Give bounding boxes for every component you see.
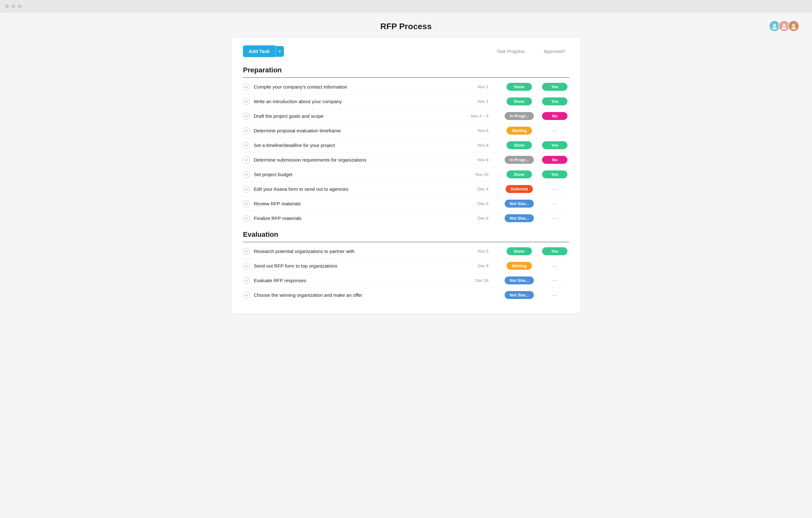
- table-row[interactable]: Finalize RFP materialsDec 6Not Star...—: [243, 211, 569, 225]
- task-approved: —: [541, 186, 569, 192]
- approved-badge[interactable]: Yes: [542, 247, 568, 255]
- add-task-button[interactable]: Add Task: [243, 46, 275, 57]
- task-date: Nov 4 – 5: [463, 114, 489, 118]
- table-row[interactable]: Edit your Asana form to send out to agen…: [243, 182, 569, 196]
- check-icon[interactable]: [243, 200, 250, 207]
- table-row[interactable]: Write an introduction about your company…: [243, 94, 569, 109]
- task-approved: —: [541, 292, 569, 298]
- section-divider-1: [243, 242, 569, 242]
- progress-badge[interactable]: Not Star...: [505, 214, 534, 222]
- table-row[interactable]: Choose the winning organization and make…: [243, 288, 569, 302]
- progress-badge[interactable]: Done: [506, 170, 532, 179]
- approved-dash: —: [552, 128, 557, 134]
- progress-badge[interactable]: Not Star...: [505, 291, 534, 299]
- table-row[interactable]: Send out RFP form to top organizationsDe…: [243, 259, 569, 273]
- task-name: Compile your company's contact informati…: [254, 84, 459, 89]
- approved-badge[interactable]: No: [542, 156, 568, 164]
- table-row[interactable]: Determine proposal evaluation timeframeN…: [243, 124, 569, 138]
- task-date: Dec 6: [463, 201, 489, 206]
- task-date: Nov 1: [463, 84, 489, 89]
- progress-badge[interactable]: Deferred: [505, 185, 532, 193]
- task-progress: Not Star...: [502, 276, 537, 284]
- section-title-1: Evaluation: [243, 230, 569, 239]
- check-icon[interactable]: [243, 263, 250, 270]
- approved-dash: —: [552, 292, 557, 298]
- task-progress: Deferred: [502, 185, 537, 193]
- check-icon[interactable]: [243, 248, 250, 255]
- task-name: Set project budget: [254, 172, 459, 177]
- toolbar-columns: Task Progress Approved?: [497, 49, 565, 54]
- avatar-3[interactable]: [788, 20, 799, 32]
- page-header: RFP Process: [0, 13, 812, 38]
- task-progress: Done: [502, 98, 537, 105]
- check-icon[interactable]: [243, 142, 250, 149]
- progress-badge[interactable]: Not Star...: [505, 200, 534, 208]
- task-name: Draft the project goals and scope: [254, 113, 459, 119]
- svg-point-3: [782, 27, 787, 29]
- task-date: Nov 6: [463, 128, 489, 133]
- table-row[interactable]: Determine submission requirements for or…: [243, 153, 569, 167]
- task-name: Choose the winning organization and make…: [254, 292, 459, 298]
- task-progress: Done: [502, 247, 537, 255]
- approved-badge[interactable]: Yes: [542, 141, 568, 149]
- task-progress: Not Star...: [502, 200, 537, 208]
- progress-badge[interactable]: Done: [506, 98, 532, 105]
- check-icon[interactable]: [243, 171, 250, 178]
- task-progress: Not Star...: [502, 291, 537, 299]
- title-bar-dot-red: [5, 4, 9, 8]
- table-row[interactable]: Set a timeline/deadline for your project…: [243, 138, 569, 153]
- progress-badge[interactable]: In Progr...: [505, 112, 534, 120]
- check-icon[interactable]: [243, 277, 250, 284]
- task-date: Nov 5: [463, 249, 489, 254]
- title-bar: [0, 0, 812, 13]
- task-date: Nov 1: [463, 99, 489, 104]
- approved-badge[interactable]: Yes: [542, 98, 568, 105]
- check-icon[interactable]: [243, 113, 250, 120]
- table-row[interactable]: Compile your company's contact informati…: [243, 80, 569, 94]
- task-name: Finalize RFP materials: [254, 216, 459, 221]
- check-icon[interactable]: [243, 83, 250, 90]
- approved-badge[interactable]: Yes: [542, 83, 568, 91]
- table-row[interactable]: Set project budgetNov 15DoneYes: [243, 167, 569, 182]
- progress-badge[interactable]: Done: [506, 83, 532, 91]
- table-row[interactable]: Review RFP materialsDec 6Not Star...—: [243, 196, 569, 211]
- approved-dash: —: [552, 263, 557, 269]
- page-wrapper: RFP Process Add Task ▾ Task Progress App…: [0, 13, 812, 518]
- approved-badge[interactable]: No: [542, 112, 568, 120]
- toolbar: Add Task ▾ Task Progress Approved?: [243, 46, 569, 57]
- table-row[interactable]: Research potential organizations to part…: [243, 244, 569, 259]
- progress-badge[interactable]: Waiting: [506, 127, 532, 135]
- task-name: Set a timeline/deadline for your project: [254, 142, 459, 148]
- add-task-dropdown-button[interactable]: ▾: [275, 46, 284, 57]
- task-approved: Yes: [541, 98, 569, 105]
- task-approved: —: [541, 128, 569, 134]
- section-1: EvaluationResearch potential organizatio…: [243, 230, 569, 302]
- task-name: Write an introduction about your company: [254, 99, 459, 104]
- check-icon[interactable]: [243, 215, 250, 222]
- title-bar-dot-yellow: [11, 4, 15, 8]
- table-row[interactable]: Evaluate RFP responsesDec 16Not Star...—: [243, 273, 569, 288]
- sections-container: PreparationCompile your company's contac…: [243, 66, 569, 302]
- task-name: Determine proposal evaluation timeframe: [254, 128, 459, 133]
- task-progress: Waiting: [502, 262, 537, 270]
- task-approved: No: [541, 112, 569, 120]
- task-approved: —: [541, 278, 569, 283]
- check-icon[interactable]: [243, 292, 250, 299]
- progress-badge[interactable]: Not Star...: [505, 276, 534, 284]
- table-row[interactable]: Draft the project goals and scopeNov 4 –…: [243, 109, 569, 124]
- progress-badge[interactable]: Waiting: [506, 262, 532, 270]
- progress-badge[interactable]: Done: [506, 247, 532, 255]
- check-icon[interactable]: [243, 157, 250, 163]
- task-approved: —: [541, 201, 569, 207]
- task-name: Research potential organizations to part…: [254, 248, 459, 254]
- check-icon[interactable]: [243, 98, 250, 105]
- task-name: Evaluate RFP responses: [254, 278, 459, 283]
- approved-badge[interactable]: Yes: [542, 170, 568, 179]
- task-date: Dec 4: [463, 187, 489, 191]
- title-bar-dot-green: [18, 4, 22, 8]
- page-title: RFP Process: [380, 22, 432, 31]
- check-icon[interactable]: [243, 127, 250, 134]
- check-icon[interactable]: [243, 186, 250, 193]
- progress-badge[interactable]: In Progr...: [505, 156, 534, 164]
- progress-badge[interactable]: Done: [506, 141, 532, 149]
